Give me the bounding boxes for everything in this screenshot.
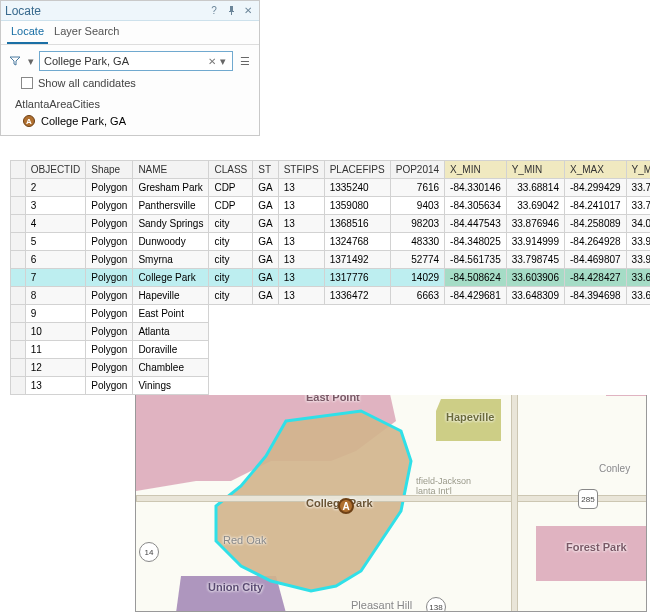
help-icon[interactable]: ?: [207, 4, 221, 18]
cell: 1336472: [324, 287, 390, 305]
cell: 33.876946: [506, 215, 564, 233]
label-conley: Conley: [599, 463, 630, 474]
cell: 4: [25, 215, 85, 233]
col-name[interactable]: NAME: [133, 161, 209, 179]
row-header[interactable]: [11, 305, 26, 323]
autohide-icon[interactable]: [224, 4, 238, 18]
row-header[interactable]: [11, 251, 26, 269]
cell: 1359080: [324, 197, 390, 215]
search-input-wrap: ✕ ▾: [39, 51, 233, 71]
result-layer-name[interactable]: AtlantaAreaCities: [1, 95, 259, 112]
table-row[interactable]: 11PolygonDoraville: [11, 341, 651, 359]
cell: 6663: [390, 287, 444, 305]
table-row[interactable]: 4PolygonSandy SpringscityGA1313685169820…: [11, 215, 651, 233]
cell: GA: [253, 269, 278, 287]
search-dropdown-icon[interactable]: ▾: [218, 53, 228, 69]
cell: GA: [253, 251, 278, 269]
panel-titlebar: Locate ? ✕: [1, 1, 259, 21]
col-ymax[interactable]: Y_MAX: [626, 161, 650, 179]
cell: 33.716479: [626, 197, 650, 215]
cell: -84.305634: [445, 197, 507, 215]
cell: -84.258089: [564, 215, 626, 233]
attribute-table: OBJECTID Shape NAME CLASS ST STFIPS PLAC…: [10, 160, 650, 395]
table-row[interactable]: 6PolygonSmyrnacityGA13137149252774-84.56…: [11, 251, 651, 269]
close-icon[interactable]: ✕: [241, 4, 255, 18]
cell: 33.69042: [506, 197, 564, 215]
table-row[interactable]: 12PolygonChamblee: [11, 359, 651, 377]
cell: 13: [278, 251, 324, 269]
filter-icon[interactable]: [7, 53, 23, 69]
cell: 9: [25, 305, 85, 323]
show-all-checkbox[interactable]: [21, 77, 33, 89]
table-row[interactable]: 2PolygonGresham ParkCDPGA1313352407616-8…: [11, 179, 651, 197]
cell: 3: [25, 197, 85, 215]
cell: CDP: [209, 179, 253, 197]
cell: 33.648309: [506, 287, 564, 305]
cell: -84.394698: [564, 287, 626, 305]
tab-locate[interactable]: Locate: [7, 21, 48, 44]
result-pin-icon: A: [23, 115, 35, 127]
col-xmin[interactable]: X_MIN: [445, 161, 507, 179]
col-st[interactable]: ST: [253, 161, 278, 179]
cell: 33.669469: [626, 269, 650, 287]
cell: 13: [278, 233, 324, 251]
table-row[interactable]: 7PolygonCollege ParkcityGA13131777614029…: [11, 269, 651, 287]
cell: Polygon: [86, 251, 133, 269]
row-header[interactable]: [11, 377, 26, 395]
result-item[interactable]: A College Park, GA: [1, 112, 259, 135]
filter-dropdown-icon[interactable]: ▾: [27, 53, 35, 69]
cell: -84.330146: [445, 179, 507, 197]
row-header[interactable]: [11, 179, 26, 197]
row-header[interactable]: [11, 323, 26, 341]
cell: 33.970911: [626, 233, 650, 251]
cell: 9403: [390, 197, 444, 215]
row-header[interactable]: [11, 341, 26, 359]
col-placefips[interactable]: PLACEFIPS: [324, 161, 390, 179]
col-ymin[interactable]: Y_MIN: [506, 161, 564, 179]
cell: Polygon: [86, 305, 133, 323]
row-header[interactable]: [11, 287, 26, 305]
table-row[interactable]: 8PolygonHapevillecityGA1313364726663-84.…: [11, 287, 651, 305]
cell: GA: [253, 215, 278, 233]
col-pop2014[interactable]: POP2014: [390, 161, 444, 179]
cell: Polygon: [86, 323, 133, 341]
cell: Polygon: [86, 341, 133, 359]
clear-search-icon[interactable]: ✕: [206, 56, 218, 67]
table-row[interactable]: 10PolygonAtlanta: [11, 323, 651, 341]
table-row[interactable]: 3PolygonPanthersvilleCDPGA1313590809403-…: [11, 197, 651, 215]
cell: 1324768: [324, 233, 390, 251]
row-header[interactable]: [11, 233, 26, 251]
menu-icon[interactable]: ☰: [237, 53, 253, 69]
hwy-shield-icon: 138: [426, 597, 446, 612]
locate-pin-icon[interactable]: A: [338, 498, 354, 514]
col-class[interactable]: CLASS: [209, 161, 253, 179]
cell: -84.348025: [445, 233, 507, 251]
row-header[interactable]: [11, 269, 26, 287]
cell: -84.299429: [564, 179, 626, 197]
row-header[interactable]: [11, 197, 26, 215]
cell: 11: [25, 341, 85, 359]
tab-layer-search[interactable]: Layer Search: [50, 21, 123, 44]
corner-cell[interactable]: [11, 161, 26, 179]
cell: 48330: [390, 233, 444, 251]
row-header[interactable]: [11, 215, 26, 233]
table-row[interactable]: 5PolygonDunwoodycityGA13132476848330-84.…: [11, 233, 651, 251]
label-hapeville: Hapeville: [446, 411, 494, 423]
table-row[interactable]: 13PolygonVinings: [11, 377, 651, 395]
label-forest-park: Forest Park: [566, 541, 627, 553]
cell: Doraville: [133, 341, 209, 359]
row-header[interactable]: [11, 359, 26, 377]
label-red-oak: Red Oak: [223, 534, 266, 546]
cell: Polygon: [86, 377, 133, 395]
cell: 33.904033: [626, 251, 650, 269]
col-shape[interactable]: Shape: [86, 161, 133, 179]
cell: Vinings: [133, 377, 209, 395]
table-row[interactable]: 9PolygonEast Point: [11, 305, 651, 323]
col-xmax[interactable]: X_MAX: [564, 161, 626, 179]
col-stfips[interactable]: STFIPS: [278, 161, 324, 179]
col-objectid[interactable]: OBJECTID: [25, 161, 85, 179]
cell: city: [209, 269, 253, 287]
search-input[interactable]: [44, 55, 206, 67]
cell: Polygon: [86, 233, 133, 251]
cell: city: [209, 287, 253, 305]
